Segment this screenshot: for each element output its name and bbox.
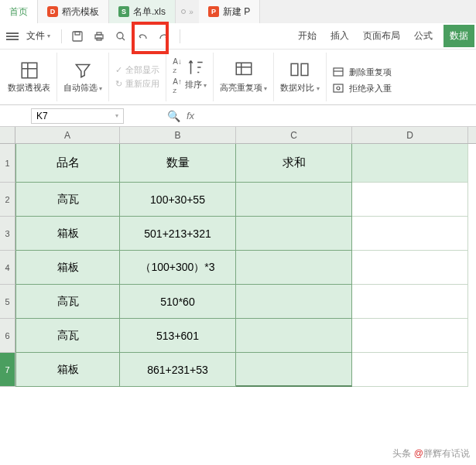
- row-header[interactable]: 2: [0, 183, 15, 217]
- row-header[interactable]: 7: [0, 353, 15, 387]
- col-header-D[interactable]: D: [352, 127, 468, 143]
- delete-dup-button[interactable]: 删除重复项: [333, 67, 392, 78]
- col-header-C[interactable]: C: [236, 127, 352, 143]
- filter-icon: [73, 60, 93, 80]
- sort-icon: [186, 57, 206, 77]
- cell[interactable]: [352, 251, 468, 285]
- row-header[interactable]: 1: [0, 144, 15, 183]
- spreadsheet: A B C D 1 品名 数量 求和 2 高瓦 100+30+55 3 箱板 5…: [0, 127, 476, 387]
- cell[interactable]: 箱板: [15, 251, 120, 285]
- cell[interactable]: 100+30+55: [120, 183, 236, 217]
- table-row: 5 高瓦 510*60: [0, 285, 476, 319]
- col-header-A[interactable]: A: [15, 127, 120, 143]
- sort-desc-button[interactable]: A↑Z: [173, 77, 182, 94]
- show-all-button[interactable]: ✓全部显示: [115, 64, 159, 76]
- select-all-corner[interactable]: [0, 127, 15, 143]
- ribbon-tab-layout[interactable]: 页面布局: [363, 29, 400, 43]
- reapply-icon: ↻: [115, 79, 122, 89]
- row-header[interactable]: 4: [0, 251, 15, 285]
- file-menu[interactable]: 文件: [22, 29, 55, 43]
- highlight-icon: [234, 60, 254, 80]
- compare-icon: [289, 60, 310, 80]
- tab-daoke-label: 稻壳模板: [62, 5, 99, 19]
- spreadsheet-icon: S: [118, 6, 129, 17]
- svg-rect-11: [334, 84, 343, 92]
- row-header[interactable]: 3: [0, 217, 15, 251]
- table-row: 2 高瓦 100+30+55: [0, 183, 476, 217]
- ribbon-tab-insert[interactable]: 插入: [330, 29, 349, 43]
- cell[interactable]: [352, 285, 468, 319]
- ribbon-tab-formula[interactable]: 公式: [414, 29, 433, 43]
- cell[interactable]: [236, 217, 352, 251]
- pivot-icon: [19, 60, 39, 80]
- cell[interactable]: [236, 285, 352, 319]
- cell[interactable]: 品名: [15, 144, 120, 183]
- tab-new-label: 新建 P: [223, 5, 250, 19]
- tab-file-label: 名单.xls: [133, 5, 166, 19]
- svg-rect-10: [334, 68, 343, 76]
- menu-icon[interactable]: [6, 30, 19, 43]
- tab-overflow[interactable]: »: [176, 0, 199, 23]
- data-compare-button[interactable]: 数据对比: [274, 53, 326, 101]
- cell[interactable]: [236, 251, 352, 285]
- svg-rect-7: [236, 63, 252, 74]
- print-preview-icon[interactable]: [111, 27, 130, 46]
- daoke-icon: D: [47, 6, 58, 17]
- tab-new[interactable]: P新建 P: [199, 0, 260, 23]
- reapply-button[interactable]: ↻重新应用: [115, 78, 159, 90]
- cell[interactable]: 510*60: [120, 285, 236, 319]
- ribbon-tab-data[interactable]: 数据: [443, 25, 474, 47]
- fx-label[interactable]: fx: [187, 110, 194, 121]
- cell[interactable]: [352, 183, 468, 217]
- cell[interactable]: 求和: [236, 144, 352, 183]
- table-row: 1 品名 数量 求和: [0, 144, 476, 183]
- cell[interactable]: 数量: [120, 144, 236, 183]
- cell[interactable]: [352, 144, 468, 183]
- sort-button[interactable]: 排序: [185, 79, 207, 91]
- table-row: 3 箱板 501+213+321: [0, 217, 476, 251]
- cell[interactable]: （100+300）*3: [120, 251, 236, 285]
- sort-asc-button[interactable]: A↓Z: [173, 57, 182, 74]
- cell[interactable]: 高瓦: [15, 319, 120, 353]
- cell[interactable]: 高瓦: [15, 285, 120, 319]
- reject-icon: [333, 83, 345, 94]
- redo-icon[interactable]: [155, 27, 173, 46]
- filter-options: ✓全部显示 ↻重新应用: [109, 53, 166, 101]
- cell[interactable]: 513+601: [120, 319, 236, 353]
- cell[interactable]: 箱板: [15, 217, 120, 251]
- cell[interactable]: [352, 217, 468, 251]
- svg-rect-0: [73, 32, 82, 41]
- row-header[interactable]: 6: [0, 319, 15, 353]
- row-header[interactable]: 5: [0, 285, 15, 319]
- cell[interactable]: 501+213+321: [120, 217, 236, 251]
- cell[interactable]: 箱板: [15, 353, 120, 387]
- cell[interactable]: 高瓦: [15, 183, 120, 217]
- name-box[interactable]: K7: [31, 108, 124, 124]
- reject-input-button[interactable]: 拒绝录入重: [333, 83, 392, 94]
- save-icon[interactable]: [68, 27, 87, 46]
- undo-icon[interactable]: [133, 27, 152, 46]
- cell[interactable]: 861+231+53: [120, 353, 236, 387]
- delete-dup-icon: [333, 67, 345, 77]
- zoom-icon[interactable]: 🔍: [167, 110, 180, 122]
- ribbon-tab-start[interactable]: 开始: [298, 29, 317, 43]
- autofilter-button[interactable]: 自动筛选: [57, 53, 109, 101]
- document-tabs: 首页 D稻壳模板 S名单.xls » P新建 P: [0, 0, 476, 23]
- tab-file[interactable]: S名单.xls: [109, 0, 176, 23]
- print-icon[interactable]: [90, 27, 108, 46]
- cell[interactable]: [236, 353, 352, 387]
- formula-bar: K7 🔍 fx: [0, 105, 476, 127]
- pivot-table-button[interactable]: 数据透视表: [2, 53, 57, 101]
- tab-daoke[interactable]: D稻壳模板: [38, 0, 109, 23]
- col-header-B[interactable]: B: [120, 127, 236, 143]
- dup-group: 删除重复项 拒绝录入重: [327, 53, 398, 101]
- cell[interactable]: [236, 319, 352, 353]
- cell[interactable]: [236, 183, 352, 217]
- ribbon: 数据透视表 自动筛选 ✓全部显示 ↻重新应用 A↓Z A↑Z 排序 高亮重复项 …: [0, 50, 476, 105]
- highlight-dup-button[interactable]: 高亮重复项: [214, 53, 274, 101]
- cell[interactable]: [352, 353, 468, 387]
- cell[interactable]: [352, 319, 468, 353]
- tab-home[interactable]: 首页: [0, 0, 38, 23]
- table-row: 6 高瓦 513+601: [0, 319, 476, 353]
- table-row: 7 箱板 861+231+53: [0, 353, 476, 387]
